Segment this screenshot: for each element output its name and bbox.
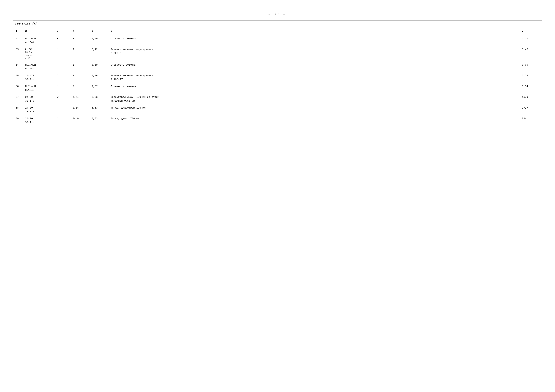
column-headers: I 2 3 4 5 6 7: [15, 28, 540, 34]
row-83-qty: I: [72, 48, 91, 51]
row-86-num: 86: [15, 85, 24, 88]
row-86-desc: Стоимость решетки: [110, 85, 521, 88]
row-85-total: 2,I2: [521, 74, 540, 78]
row-83-desc: Решетка щелевая регулируемая Р-200-П: [110, 48, 521, 55]
row-89-qty: I4,0: [72, 117, 91, 121]
row-82-qty: 3: [72, 37, 91, 41]
row-85-desc: Решетка щелевая регулируемая Р 400-IУ: [110, 74, 521, 81]
row-83-price: 0,42: [91, 48, 110, 51]
table-row: 87 24-30 33-I-а м2 4,7I 8,83 Воздуховод …: [15, 94, 540, 104]
row-85-price: I,06: [91, 74, 110, 78]
row-86-unit: ": [56, 85, 72, 88]
row-84-price: 0,69: [91, 63, 110, 67]
table-row: 85 24-4I7 33-9-а " 2 I,06 Решетка щелева…: [15, 72, 540, 83]
col-header-6: 6: [110, 29, 521, 33]
row-87-total: 4I,6: [521, 95, 540, 99]
row-87-ref: 24-30 33-I-а: [24, 95, 56, 103]
row-88-price: 8,83: [91, 106, 110, 110]
row-89-num: 89: [15, 117, 24, 121]
col-header-5: 5: [91, 29, 110, 33]
table-row: 82 П.I,ч.Ш п.1844 шт. 3 0,69 Стоимость р…: [15, 35, 540, 46]
col-header-2: 2: [24, 29, 56, 33]
col-header-1: I: [15, 29, 24, 33]
table-row: 83 24-4I6 33-9-а техн.ч. п.13 " I 0,42 Р…: [15, 46, 540, 61]
row-84-desc: Стоимость решетки: [110, 63, 521, 67]
row-89-unit: ": [56, 117, 72, 121]
row-87-desc: Воздуховод диам. I00 мм из стали толщино…: [110, 95, 521, 103]
row-88-total: 27,7: [521, 106, 540, 110]
table-row: 88 24-30 33-I-а " 3,I4 8,83 То же, диаме…: [15, 104, 540, 115]
row-85-num: 85: [15, 74, 24, 78]
row-87-qty: 4,7I: [72, 95, 91, 99]
row-82-price: 0,69: [91, 37, 110, 41]
row-86-total: 3,34: [521, 85, 540, 88]
row-84-unit: ": [56, 63, 72, 67]
row-88-unit: ": [56, 106, 72, 110]
row-87-unit: м2: [56, 95, 72, 99]
row-86-price: I,67: [91, 85, 110, 88]
row-85-ref: 24-4I7 33-9-а: [24, 74, 56, 81]
row-83-ref: 24-4I6 33-9-а техн.ч. п.13: [24, 48, 56, 60]
row-87-num: 87: [15, 95, 24, 99]
table-row: 89 24-30 33-I-а " I4,0 8,83 То же, диам.…: [15, 115, 540, 126]
row-82-unit: шт.: [56, 37, 72, 41]
table-row: 86 П.I,ч.Ш п.1845 " 2 I,67 Стоимость реш…: [15, 83, 540, 94]
row-87-price: 8,83: [91, 95, 110, 99]
row-89-total: I24: [521, 117, 540, 121]
row-88-desc: То же, диаметром I25 мм: [110, 106, 521, 110]
row-89-desc: То же, диам. I60 мм: [110, 117, 521, 121]
row-83-unit: ": [56, 48, 72, 51]
row-89-price: 8,83: [91, 117, 110, 121]
row-84-num: 84: [15, 63, 24, 67]
row-82-ref: П.I,ч.Ш п.1844: [24, 37, 56, 44]
col-header-7: 7: [521, 29, 540, 33]
row-84-qty: I: [72, 63, 91, 67]
table-row: 84 П.I,ч.Ш п.1844 " I 0,69 Стоимость реш…: [15, 61, 540, 72]
row-83-num: 83: [15, 48, 24, 51]
col-header-4: 4: [72, 29, 91, 33]
row-82-desc: Стоимость решетки: [110, 37, 521, 41]
row-85-qty: 2: [72, 74, 91, 78]
row-84-total: 0,69: [521, 63, 540, 67]
row-86-ref: П.I,ч.Ш п.1845: [24, 85, 56, 92]
row-83-total: 0,42: [521, 48, 540, 51]
row-85-unit: ": [56, 74, 72, 78]
row-88-ref: 24-30 33-I-а: [24, 106, 56, 114]
row-89-ref: 24-30 33-I-а: [24, 117, 56, 124]
row-86-qty: 2: [72, 85, 91, 88]
row-88-num: 88: [15, 106, 24, 110]
row-84-ref: П.I,ч.Ш п.1844: [24, 63, 56, 71]
document-id: 704-I-135 /У/: [15, 22, 37, 25]
row-82-total: 2,07: [521, 37, 540, 41]
col-header-3: 3: [56, 29, 72, 33]
row-82-num: 82: [15, 37, 24, 41]
row-88-qty: 3,I4: [72, 106, 91, 110]
page-number: — 76 —: [13, 13, 542, 16]
